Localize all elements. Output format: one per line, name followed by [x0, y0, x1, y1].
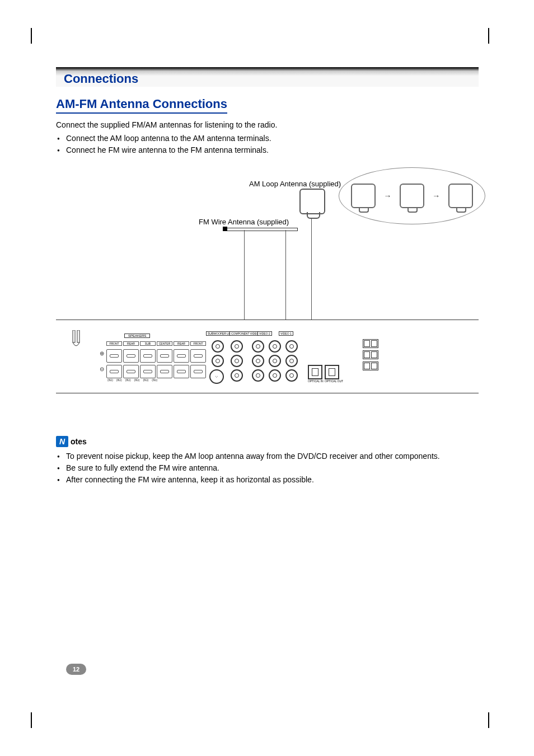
- page: Connections AM-FM Antenna Connections Co…: [0, 0, 534, 756]
- rca-jack-icon: [231, 340, 243, 353]
- am-loop-label: AM Loop Antenna (supplied): [249, 180, 341, 188]
- receiver-back-panel: SPEAKERS ⊕ ⊖ FRONT REAR SUB CENTER REAR …: [56, 320, 479, 393]
- impedance-label: (8Ω): [152, 378, 157, 382]
- impedance-label: (8Ω): [125, 378, 131, 382]
- speaker-terminal-icon: [190, 349, 206, 363]
- rca-jack-icon: [269, 340, 281, 353]
- impedance-label: (8Ω): [107, 378, 113, 382]
- jack-header: VIDEO 2: [257, 331, 272, 336]
- rca-jack-icon: [252, 369, 264, 382]
- power-cord-icon: [69, 330, 84, 350]
- col-label: FRONT: [106, 341, 122, 346]
- notes-n-icon: N: [56, 436, 68, 447]
- section-title: Connections: [56, 68, 138, 86]
- crop-mark: [488, 28, 489, 44]
- antenna-terminal-icon: [363, 350, 378, 359]
- plus-icon: ⊕: [100, 350, 104, 356]
- speaker-terminal-icon: [157, 349, 172, 363]
- rca-jack-icon: [269, 369, 281, 382]
- speakers-label: SPEAKERS: [124, 334, 150, 338]
- svg-rect-1: [77, 330, 79, 342]
- col-label: FRONT: [190, 341, 206, 346]
- bubble-callout: → →: [339, 167, 485, 224]
- list-item: Connect the AM loop antenna to the AM an…: [66, 133, 479, 144]
- speaker-terminal-icon: [157, 365, 172, 378]
- rca-jack-icon: [252, 355, 264, 367]
- bubble-content: → →: [339, 168, 485, 224]
- impedance-label: (8Ω): [116, 378, 122, 382]
- intro-text: Connect the supplied FM/AM antennas for …: [56, 119, 479, 130]
- notes-label-suffix: otes: [71, 437, 87, 446]
- intro-bullet-list: Connect the AM loop antenna to the AM an…: [56, 133, 479, 156]
- crop-mark: [488, 712, 489, 728]
- svg-rect-0: [73, 330, 75, 342]
- speaker-terminal-icon: [106, 349, 122, 363]
- svideo-jack-icon: ∵: [209, 369, 224, 384]
- jack-area: SUBWOOFER LINE OUT COMPONENT VIDEO OUT V…: [206, 331, 304, 387]
- crop-mark: [31, 28, 32, 44]
- speaker-terminal-icon: [106, 365, 122, 378]
- rca-jack-icon: [285, 369, 298, 382]
- optical-out-jack-icon: [325, 365, 339, 379]
- antenna-terminal-area: [358, 336, 392, 381]
- content-area: Connections AM-FM Antenna Connections Co…: [56, 67, 479, 486]
- am-loop-step-icon: [400, 184, 424, 208]
- speaker-terminal-icon: [123, 349, 139, 363]
- am-loop-step-icon: [448, 184, 473, 208]
- speaker-terminal-icon: [174, 365, 189, 378]
- rca-jack-icon: [212, 340, 224, 353]
- optical-label: OPTICAL IN: [307, 379, 325, 383]
- list-item: To prevent noise pickup, keep the AM loo…: [66, 450, 479, 462]
- antenna-terminal-icon: [363, 361, 378, 370]
- col-label: SUB: [140, 341, 156, 346]
- speaker-terminal-icon: [140, 365, 156, 378]
- section-title-bar: Connections: [56, 67, 479, 87]
- fm-wire-end-icon: [223, 227, 227, 231]
- antenna-terminal-icon: [363, 339, 378, 348]
- col-label: CENTER: [157, 341, 172, 346]
- speaker-row: [106, 365, 206, 378]
- speaker-terminal-block: SPEAKERS ⊕ ⊖ FRONT REAR SUB CENTER REAR …: [91, 334, 191, 381]
- rca-jack-icon: [285, 340, 298, 353]
- impedance-labels: (8Ω) (8Ω) (8Ω) (8Ω) (8Ω) (8Ω): [107, 378, 157, 382]
- fm-wire-label: FM Wire Antenna (supplied): [199, 218, 289, 226]
- speaker-col-labels: FRONT REAR SUB CENTER REAR FRONT: [106, 341, 206, 346]
- list-item: Connect he FM wire antenna to the FM ant…: [66, 144, 479, 156]
- list-item: After connecting the FM wire antenna, ke…: [66, 474, 479, 486]
- am-loop-step-icon: [351, 184, 376, 208]
- speaker-terminal-icon: [123, 365, 139, 378]
- notes-heading: N otes: [56, 436, 479, 447]
- antenna-diagram: AM Loop Antenna (supplied) FM Wire Anten…: [56, 173, 479, 402]
- optical-label: OPTICAL OUT: [324, 379, 344, 383]
- rca-jack-icon: [252, 340, 264, 353]
- am-loop-antenna-icon: [299, 189, 325, 214]
- fm-wire-antenna-icon: [224, 228, 298, 231]
- speaker-row: [106, 349, 206, 363]
- arrow-right-icon: →: [432, 191, 440, 200]
- list-item: Be sure to fully extend the FM wire ante…: [66, 462, 479, 474]
- impedance-label: (8Ω): [134, 378, 140, 382]
- minus-icon: ⊖: [100, 366, 104, 372]
- notes-list: To prevent noise pickup, keep the AM loo…: [56, 450, 479, 486]
- page-heading: AM-FM Antenna Connections: [56, 97, 227, 114]
- rca-jack-icon: [269, 355, 281, 367]
- rca-jack-icon: [285, 355, 298, 367]
- am-loop-base-icon: [307, 212, 320, 219]
- speaker-terminal-icon: [190, 365, 206, 378]
- impedance-label: (8Ω): [143, 378, 148, 382]
- col-label: REAR: [123, 341, 139, 346]
- jack-header: VIDEO 1: [279, 331, 293, 336]
- optical-in-jack-icon: [308, 365, 322, 379]
- arrow-right-icon: →: [384, 191, 392, 200]
- panel-strip: SPEAKERS ⊕ ⊖ FRONT REAR SUB CENTER REAR …: [56, 328, 479, 384]
- speaker-terminal-icon: [140, 349, 156, 363]
- rca-jack-icon: [212, 355, 224, 367]
- speaker-terminal-icon: [174, 349, 189, 363]
- col-label: REAR: [174, 341, 189, 346]
- rca-jack-icon: [231, 355, 243, 367]
- crop-mark: [31, 712, 32, 728]
- page-number-badge: 12: [66, 664, 86, 675]
- rca-jack-icon: [231, 369, 243, 382]
